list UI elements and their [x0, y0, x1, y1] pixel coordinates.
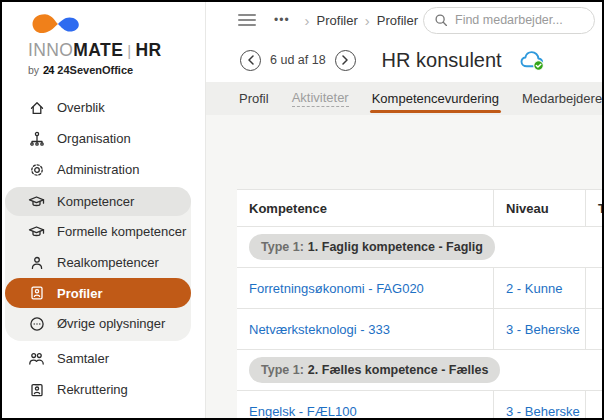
- table-row: Engelsk - FÆL1003 - Beherske: [237, 391, 602, 418]
- niveau-link[interactable]: 3 - Beherske: [506, 322, 580, 337]
- competence-link[interactable]: Forretningsøkonomi - FAG020: [249, 281, 424, 296]
- page-title: HR konsulent: [382, 49, 502, 72]
- byline: by 24 24SevenOffice: [28, 64, 205, 76]
- sidebar-item-samtaler[interactable]: Samtaler: [2, 343, 205, 374]
- sidebar-group-kompetencer: KompetencerFormelle kompetencerRealkompe…: [5, 187, 191, 341]
- column-header-type[interactable]: Type: [585, 190, 602, 226]
- people-icon: [28, 350, 45, 367]
- badge-icon: [28, 285, 45, 302]
- group-label: 1. Faglig kompetence - Faglig: [308, 240, 483, 254]
- sidebar-nav: OverblikOrganisationAdministration Kompe…: [2, 92, 205, 405]
- sidebar-item-label: Overblik: [57, 100, 105, 115]
- competence-link[interactable]: Netværksteknologi - 333: [249, 322, 390, 337]
- brand-wordmark: INNOMATE|HR: [28, 40, 205, 61]
- sidebar-item-organisation[interactable]: Organisation: [2, 123, 205, 154]
- prev-profile-button[interactable]: [240, 50, 261, 71]
- group-prefix: Type 1:: [261, 363, 304, 377]
- type-cell: [585, 391, 602, 418]
- sidebar-item-label: Formelle kompetencer: [57, 224, 186, 239]
- sidebar-item-overblik[interactable]: Overblik: [2, 92, 205, 123]
- breadcrumb-ellipsis[interactable]: •••: [274, 13, 290, 27]
- sidebar-item-administration[interactable]: Administration: [2, 154, 205, 185]
- logo-block: INNOMATE|HR by 24 24SevenOffice: [2, 2, 205, 76]
- profile-header: 6 ud af 18 HR konsulent: [206, 38, 602, 82]
- chevron-right-icon: ›: [305, 13, 310, 28]
- group-pill: Type 1:2. Fælles kompetence - Fælles: [249, 357, 500, 383]
- main-area: ••• › Profiler › Profiler 6 ud af 18 HR …: [206, 2, 602, 418]
- ellipsis-circle-icon: [28, 315, 45, 332]
- sidebar-item-label: Administration: [57, 162, 139, 177]
- home-icon: [28, 99, 45, 116]
- sidebar-item-label: Profiler: [57, 286, 103, 301]
- table-row: Netværksteknologi - 3333 - Beherske: [237, 309, 602, 350]
- topbar: ••• › Profiler › Profiler: [206, 2, 602, 38]
- tab-aktiviteter[interactable]: Aktiviteter: [292, 82, 349, 115]
- group-prefix: Type 1:: [261, 240, 304, 254]
- column-header-niveau[interactable]: Niveau: [493, 190, 585, 226]
- sidebar-item-realkompetencer[interactable]: Realkompetencer: [5, 247, 191, 278]
- sidebar-item-label: Organisation: [57, 131, 131, 146]
- breadcrumb-profiler-2[interactable]: Profiler: [377, 13, 418, 28]
- table-group-row: Type 1:1. Faglig kompetence - Faglig: [237, 227, 602, 268]
- sidebar-item-label: Realkompetencer: [57, 255, 159, 270]
- person-icon: [28, 254, 45, 271]
- tab-kompetencevurdering[interactable]: Kompetencevurdering: [372, 82, 499, 115]
- org-chart-icon: [28, 130, 45, 147]
- 24sevenoffice-mark-icon: 24: [43, 64, 53, 76]
- sidebar-item-label: Øvrige oplysninger: [57, 316, 165, 331]
- group-label: 2. Fælles kompetence - Fælles: [308, 363, 489, 377]
- tab-content: Kompetence Niveau Type Type 1:1. Faglig …: [206, 115, 602, 418]
- type-cell: [585, 268, 602, 308]
- pager-text: 6 ud af 18: [270, 53, 326, 67]
- table-header-row: Kompetence Niveau Type: [237, 190, 602, 227]
- gear-icon: [28, 161, 45, 178]
- sidebar-item-formelle-kompetencer[interactable]: Formelle kompetencer: [5, 216, 191, 247]
- id-card-icon: [28, 381, 45, 398]
- niveau-link[interactable]: 3 - Beherske: [506, 404, 580, 419]
- table-group-row: Type 1:2. Fælles kompetence - Fælles: [237, 350, 602, 391]
- employee-search[interactable]: [423, 7, 595, 34]
- sidebar-item-label: Rekruttering: [57, 382, 128, 397]
- innomate-logo-icon: [30, 12, 84, 36]
- competence-table: Kompetence Niveau Type Type 1:1. Faglig …: [237, 189, 602, 418]
- competence-link[interactable]: Engelsk - FÆL100: [249, 404, 357, 419]
- niveau-link[interactable]: 2 - Kunne: [506, 281, 562, 296]
- graduation-cap-icon: [28, 193, 45, 210]
- search-icon: [434, 13, 448, 27]
- sidebar-item-label: Samtaler: [57, 351, 109, 366]
- sidebar-item-profiler[interactable]: Profiler: [5, 278, 191, 308]
- cloud-check-icon: [519, 49, 547, 72]
- sidebar-item-kompetencer[interactable]: Kompetencer: [5, 187, 191, 216]
- hamburger-menu-icon[interactable]: [238, 13, 256, 27]
- sidebar-item-rekruttering[interactable]: Rekruttering: [2, 374, 205, 405]
- type-cell: [585, 309, 602, 349]
- search-input[interactable]: [455, 13, 584, 27]
- tab-profil[interactable]: Profil: [239, 82, 269, 115]
- chevron-right-icon: ›: [365, 13, 370, 28]
- next-profile-button[interactable]: [335, 50, 356, 71]
- graduation-cap-icon: [28, 223, 45, 240]
- tabs-bar: Profil Aktiviteter Kompetencevurdering M…: [206, 82, 602, 115]
- sidebar-item-label: Kompetencer: [57, 194, 134, 209]
- sidebar: INNOMATE|HR by 24 24SevenOffice Overblik…: [2, 2, 206, 418]
- app-window: INNOMATE|HR by 24 24SevenOffice Overblik…: [0, 0, 604, 420]
- breadcrumb-profiler-1[interactable]: Profiler: [317, 13, 358, 28]
- column-header-kompetence[interactable]: Kompetence: [237, 190, 493, 226]
- tab-medarbejderes-kompetencer[interactable]: Medarbejderes kompetencer: [522, 82, 602, 115]
- sidebar-item-øvrige-oplysninger[interactable]: Øvrige oplysninger: [5, 308, 191, 339]
- group-pill: Type 1:1. Faglig kompetence - Faglig: [249, 234, 495, 260]
- table-row: Forretningsøkonomi - FAG0202 - Kunne: [237, 268, 602, 309]
